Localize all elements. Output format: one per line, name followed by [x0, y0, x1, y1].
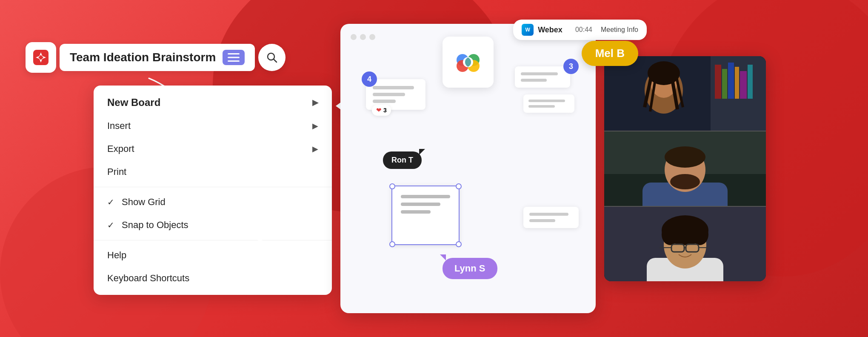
menu-button[interactable]: [223, 50, 245, 65]
webex-time: 00:44: [575, 26, 592, 34]
heart-badge: ❤ 3: [372, 105, 391, 116]
menu-divider-2: [94, 240, 332, 240]
heart-count: 3: [383, 107, 387, 114]
element-line: [401, 195, 450, 198]
sticky-line: [373, 86, 414, 89]
resize-handle-tr[interactable]: [456, 183, 462, 189]
menu-item-keyboard-shortcuts[interactable]: Keyboard Shortcuts: [94, 267, 332, 290]
svg-point-39: [662, 224, 679, 245]
submenu-arrow-icon: ▶: [312, 121, 318, 131]
sticky-group-2: 3: [515, 66, 574, 113]
sticky-note-3: [523, 94, 574, 113]
canvas-section: 4 ❤ 3 3: [340, 24, 596, 313]
menu-item-label: Insert: [107, 120, 131, 131]
menu-item-show-grid[interactable]: ✓ Show Grid: [94, 191, 332, 214]
checkmark-icon: ✓: [107, 197, 117, 207]
lynn-s-badge: Lynn S: [443, 258, 497, 279]
svg-rect-19: [735, 67, 739, 99]
menu-item-label: New Board: [107, 97, 160, 109]
toolbar-title-box: Team Ideation Brainstorm: [60, 44, 255, 71]
video-section: [604, 56, 766, 281]
webex-meeting-info: Meeting Info: [601, 26, 638, 34]
left-section: Team Ideation Brainstorm: [26, 42, 332, 295]
svg-line-5: [274, 59, 277, 62]
ron-t-badge: Ron T: [383, 151, 422, 169]
menu-item-help[interactable]: Help: [94, 244, 332, 267]
sticky-note-4: [523, 207, 579, 228]
svg-point-24: [648, 61, 680, 85]
counter-badge-3: 3: [563, 59, 579, 74]
menu-item-print[interactable]: Print: [94, 160, 332, 183]
svg-point-40: [691, 224, 708, 245]
sticky-group-1: 4 ❤ 3: [366, 79, 425, 110]
search-button[interactable]: [258, 44, 286, 71]
sticky-line: [373, 93, 405, 96]
svg-rect-3: [228, 60, 240, 62]
menu-item-label: Export: [107, 143, 134, 154]
menu-item-label: Print: [107, 166, 126, 177]
menu-item-label: Keyboard Shortcuts: [107, 273, 189, 284]
menu-item-export[interactable]: Export ▶: [94, 137, 332, 160]
dropdown-menu: New Board ▶ Lucidchart Insert ▶ Export ▶: [94, 86, 332, 295]
lynn-s-label: Lynn S: [454, 263, 485, 274]
svg-rect-16: [715, 65, 721, 99]
sticky-line: [521, 72, 558, 75]
element-line: [401, 210, 431, 214]
heart-icon: ❤: [376, 106, 382, 114]
selected-element[interactable]: [391, 186, 460, 245]
menu-item-label: Show Grid: [122, 197, 166, 208]
element-line: [401, 203, 440, 206]
mel-b-badge: Mel B: [582, 41, 638, 66]
menu-item-new-board[interactable]: New Board ▶ Lucidchart: [94, 91, 332, 114]
video-person-1: [604, 56, 766, 131]
sticky-line: [521, 79, 547, 82]
svg-rect-17: [722, 69, 727, 99]
menu-item-label: Help: [107, 250, 126, 261]
lucidspark-logo-card: [443, 37, 494, 88]
webex-logo: W: [522, 24, 534, 36]
resize-handle-br[interactable]: [456, 241, 462, 247]
sticky-line: [528, 105, 555, 108]
menu-item-label: Snap to Objects: [122, 220, 188, 231]
menu-divider-1: [94, 187, 332, 187]
document-title: Team Ideation Brainstorm: [70, 51, 216, 64]
submenu-arrow-icon: ▶: [312, 98, 318, 107]
svg-point-34: [670, 174, 700, 189]
webex-pill: W Webex 00:44 Meeting Info: [513, 20, 647, 40]
svg-point-33: [665, 146, 705, 168]
resize-handle-bl[interactable]: [389, 241, 395, 247]
sticky-line: [528, 100, 565, 102]
submenu-arrow-icon: ▶: [312, 144, 318, 154]
main-content: Team Ideation Brainstorm: [0, 0, 868, 337]
video-call-window: [604, 56, 766, 281]
video-person-3: [604, 207, 766, 281]
video-person-2: [604, 131, 766, 206]
sticky-line: [529, 213, 568, 216]
canvas-window: 4 ❤ 3 3: [340, 24, 596, 313]
svg-rect-20: [740, 71, 747, 99]
svg-rect-18: [728, 63, 734, 99]
svg-rect-2: [228, 57, 240, 58]
webex-title: Webex: [538, 26, 562, 34]
resize-handle-tl[interactable]: [389, 183, 395, 189]
ron-t-label: Ron T: [391, 156, 413, 164]
menu-item-snap-to-objects[interactable]: ✓ Snap to Objects: [94, 214, 332, 237]
mel-b-label: Mel B: [595, 47, 625, 60]
svg-rect-1: [228, 53, 240, 54]
sticky-line: [529, 219, 555, 222]
counter-badge-4: 4: [362, 71, 377, 87]
window-dot-close: [351, 34, 357, 40]
app-logo: [26, 42, 56, 73]
menu-item-insert[interactable]: Insert ▶: [94, 114, 332, 137]
window-dot-maximize: [369, 34, 375, 40]
toolbar: Team Ideation Brainstorm: [26, 42, 332, 73]
svg-rect-0: [33, 50, 49, 65]
sticky-note-2: [515, 66, 570, 88]
svg-rect-21: [748, 65, 753, 99]
sticky-line: [373, 100, 396, 103]
checkmark-icon: ✓: [107, 220, 117, 230]
window-dot-minimize: [360, 34, 366, 40]
